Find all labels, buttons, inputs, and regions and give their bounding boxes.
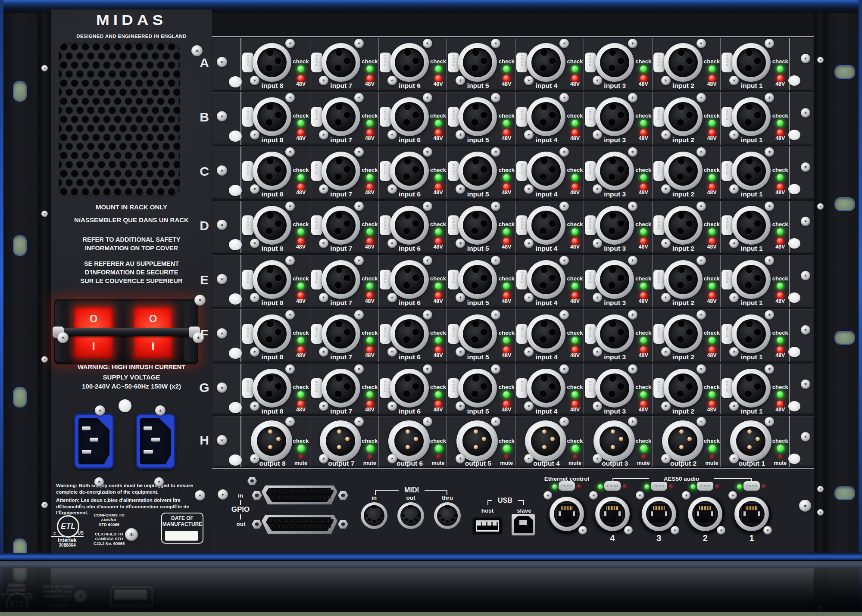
phantom-48v-led <box>777 75 784 82</box>
phantom-48v-label: 48V <box>565 352 585 358</box>
port-number: 1 <box>743 533 760 543</box>
torx-screw-icon <box>285 256 295 265</box>
xlr-female-connector <box>527 152 565 190</box>
phantom-48v-led <box>366 184 373 190</box>
xlr-female-connector <box>527 97 565 136</box>
xlr-female-connector <box>458 260 497 299</box>
torx-screw-icon <box>729 293 739 302</box>
torx-screw-icon <box>285 310 295 320</box>
io-cell-D-input-1: PUSH check 48V input 1 <box>720 201 789 253</box>
xlr-female-connector <box>458 314 497 353</box>
io-cell-H-output-3: check mute output 3 <box>584 416 653 467</box>
torx-screw-icon <box>578 526 587 535</box>
io-cell-A-input-4: PUSH check 48V input 4 <box>515 38 584 90</box>
check-led <box>709 228 715 235</box>
check-label: check <box>770 330 790 336</box>
push-latch-tab: PUSH <box>653 324 665 344</box>
torx-screw-icon <box>491 310 500 320</box>
xlr-female-connector <box>322 152 360 190</box>
check-led <box>503 65 510 72</box>
channel-label: input 2 <box>653 353 715 361</box>
io-cell-D-input-5: PUSH check 48V input 5 <box>447 201 515 253</box>
torx-screw-icon <box>491 147 500 157</box>
gpio-group-label: GPIO <box>228 505 253 514</box>
torx-screw-icon <box>423 202 432 211</box>
torx-screw-icon <box>799 500 811 512</box>
torx-screw-icon <box>217 274 227 284</box>
torx-screw-icon <box>628 93 637 103</box>
phantom-48v-led <box>366 129 373 136</box>
midi-in-label: in <box>364 495 384 501</box>
rack-ear-left <box>3 13 38 553</box>
io-cell-C-input-1: PUSH check 48V input 1 <box>720 146 789 199</box>
torx-screw-icon <box>285 202 295 211</box>
io-cell-B-input-6: PUSH check 48V input 6 <box>378 92 447 145</box>
check-label: check <box>290 438 311 444</box>
phantom-48v-led <box>366 346 373 353</box>
channel-label: input 7 <box>310 408 372 415</box>
channel-label: output 4 <box>515 460 578 467</box>
torx-screw-icon <box>319 239 328 248</box>
check-led <box>435 65 442 72</box>
check-label: check <box>770 112 790 119</box>
io-row-F: F PUSH check 48V input 8 PUSH check 48V … <box>212 309 814 362</box>
torx-screw-icon <box>524 76 534 85</box>
io-cell-A-input-1: PUSH check 48V input 1 <box>720 38 789 90</box>
grid-frame-bottom <box>212 468 814 469</box>
torx-screw-icon <box>423 147 432 157</box>
check-label: check <box>633 221 654 227</box>
check-label: check <box>496 58 517 65</box>
check-led <box>297 120 304 127</box>
usb-host-port <box>473 518 502 534</box>
phantom-48v-led <box>709 292 715 299</box>
check-led <box>777 283 784 289</box>
push-latch-tab: PUSH <box>380 215 391 235</box>
push-latch-tab: PUSH <box>743 481 760 491</box>
xlr-female-connector <box>390 314 429 353</box>
torx-screw-icon <box>250 239 259 248</box>
xlr-female-connector <box>595 369 634 408</box>
phantom-48v-led <box>572 346 578 353</box>
io-cell-A-input-6: PUSH check 48V input 6 <box>378 38 447 90</box>
check-led <box>297 65 304 72</box>
phantom-48v-led <box>777 292 784 299</box>
phantom-48v-label: 48V <box>770 244 790 250</box>
check-label: check <box>565 438 585 444</box>
phantom-48v-label: 48V <box>702 352 722 358</box>
torx-screw-icon <box>765 202 774 211</box>
phantom-48v-led <box>709 346 715 353</box>
push-latch-tab: PUSH <box>448 107 459 127</box>
check-led <box>640 174 647 181</box>
check-led <box>366 283 373 289</box>
torx-screw-icon <box>817 203 824 210</box>
torx-screw-icon <box>696 417 706 426</box>
xlr-female-connector <box>595 97 634 136</box>
check-label: check <box>633 112 654 119</box>
torx-screw-icon <box>543 491 552 500</box>
channel-label: input 2 <box>653 245 715 252</box>
push-latch-tab: PUSH <box>516 161 528 181</box>
midi-thru-din-connector <box>434 502 461 529</box>
push-latch-tab: PUSH <box>653 270 665 289</box>
torx-screw-icon <box>729 401 739 411</box>
torx-screw-icon <box>696 256 706 265</box>
torx-screw-icon <box>423 364 432 374</box>
xlr-male-connector <box>525 420 566 462</box>
phantom-48v-led <box>435 292 442 299</box>
push-latch-tab: PUSH <box>721 107 733 127</box>
torx-screw-icon <box>423 256 432 265</box>
check-label: check <box>496 167 517 173</box>
push-latch-tab: PUSH <box>585 270 596 289</box>
indicator-lamp <box>229 185 242 196</box>
torx-screw-icon <box>559 202 569 211</box>
phantom-48v-led <box>297 238 304 245</box>
torx-screw-icon <box>628 310 637 320</box>
xlr-female-connector <box>322 97 360 136</box>
phantom-48v-led <box>503 292 510 299</box>
mute-led <box>709 454 715 460</box>
torx-screw-icon <box>559 417 569 426</box>
torx-screw-icon <box>765 364 774 374</box>
io-cell-E-input-4: PUSH check 48V input 4 <box>515 255 584 308</box>
io-cell-G-input-6: PUSH check 48V input 6 <box>378 364 447 414</box>
link-led <box>598 484 603 489</box>
